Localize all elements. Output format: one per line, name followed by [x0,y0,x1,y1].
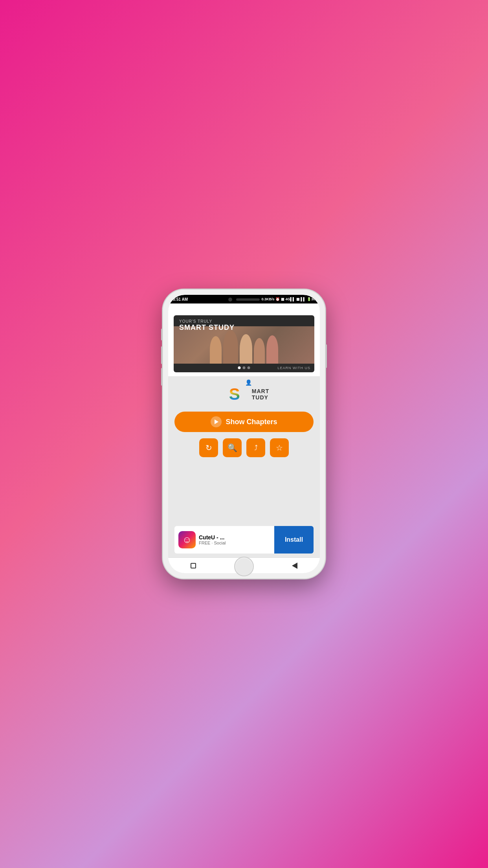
stop-icon [191,563,196,568]
notch-area [209,295,279,304]
logo-area: 👤 S MART TUDY [219,383,269,406]
ad-app-category: FREE · Social [199,541,226,545]
main-section: 👤 S MART TUDY Show Chapters [168,376,320,557]
s-letter: S [229,386,240,403]
phone-frame: 8:51 AM 0.3KB/s ⏰ ▦ 4G▌▌ ▦ ▌▌ 🔋30 YOUR'S… [163,289,325,579]
play-triangle-shape [215,419,218,424]
volume-down-button [161,368,163,386]
refresh-button[interactable]: ↻ [199,438,218,457]
silent-switch [161,329,163,340]
search-button[interactable]: 🔍 [223,438,242,457]
app-content: YOUR'S TRULY SMART STUDY [168,303,320,557]
dot-2 [243,366,246,369]
ad-left-area: ☺ CuteU - ... FREE · Social [174,526,274,554]
banner-text: YOUR'S TRULY SMART STUDY [179,319,235,332]
star-button[interactable]: ☆ [270,438,289,457]
phone-screen: 8:51 AM 0.3KB/s ⏰ ▦ 4G▌▌ ▦ ▌▌ 🔋30 YOUR'S… [168,295,320,573]
share-button[interactable]: ⤴ [246,438,265,457]
show-chapters-label: Show Chapters [226,418,277,426]
banner-area: YOUR'S TRULY SMART STUDY [168,303,320,376]
logo-tudy: TUDY [252,394,269,401]
dot-1 [238,366,241,369]
battery-indicator: 🔋30 [307,297,315,301]
volume-up-button [161,346,163,364]
logo-graphic: 👤 S [219,383,250,406]
front-camera [228,298,232,302]
logo-mart: MART [252,388,269,394]
search-icon: 🔍 [227,443,237,452]
screen-content: 8:51 AM 0.3KB/s ⏰ ▦ 4G▌▌ ▦ ▌▌ 🔋30 YOUR'S… [168,295,320,573]
back-icon [292,563,297,569]
ad-banner: ☺ CuteU - ... FREE · Social Install [174,526,314,554]
banner-dots [238,366,250,369]
show-chapters-button[interactable]: Show Chapters [174,412,314,432]
learn-tag: LEARN WITH US [277,366,310,370]
logo-text: MART TUDY [252,388,269,401]
ad-logo-icon: ☺ [182,534,192,545]
ad-text-area: CuteU - ... FREE · Social [199,534,226,545]
power-button [325,344,327,368]
ad-app-logo: ☺ [178,531,196,548]
earpiece-speaker [236,298,260,301]
banner-title: SMART STUDY [179,324,235,332]
refresh-icon: ↻ [205,443,212,452]
icon-buttons-row: ↻ 🔍 ⤴ ☆ [199,438,289,457]
share-icon: ⤴ [254,444,258,452]
play-icon [211,416,222,427]
students-photo [174,326,314,364]
home-button[interactable] [234,557,254,576]
star-icon: ☆ [276,443,283,452]
banner-slide[interactable]: YOUR'S TRULY SMART STUDY [174,315,314,372]
nav-stop-button[interactable] [185,558,201,574]
ad-install-button[interactable]: Install [274,526,314,554]
dot-3 [248,366,250,369]
ad-app-name: CuteU - ... [199,534,226,541]
status-time: 8:51 AM [173,297,188,302]
ad-install-label: Install [285,536,303,543]
status-icons: ⏰ ▦ 4G▌▌ ▦ ▌▌ [275,297,306,301]
banner-subtitle: YOUR'S TRULY [179,319,235,324]
banner-image [174,326,314,364]
nav-back-button[interactable] [287,558,303,574]
